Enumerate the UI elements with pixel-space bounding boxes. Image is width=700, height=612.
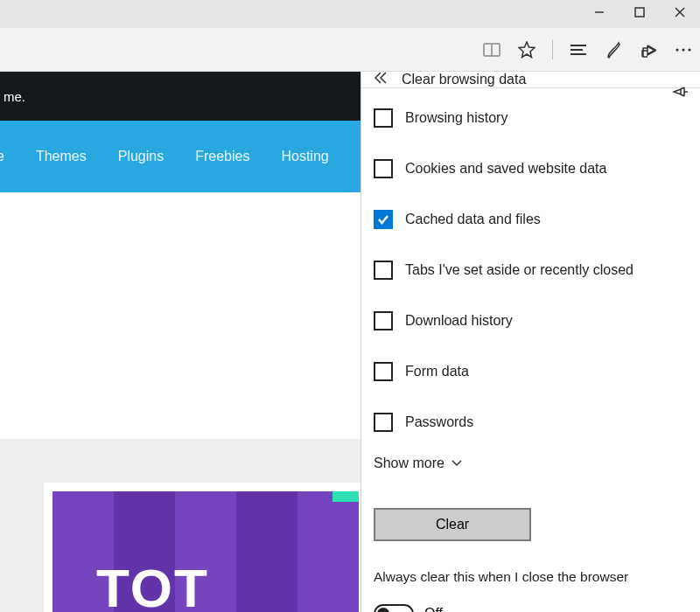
always-clear-toggle-row: Off [374,604,688,612]
panel-header: Clear browsing data [361,72,700,88]
favorites-star-icon[interactable] [517,40,536,59]
theme-card-accent [332,491,359,502]
maximize-button[interactable] [620,0,660,24]
theme-card[interactable]: TOT DRAG & I [52,491,359,612]
browser-toolbar [0,28,700,72]
nav-item[interactable]: Hosting [281,149,328,164]
checkbox-label: Download history [405,313,513,329]
clear-button-label: Clear [436,517,469,532]
checkbox[interactable] [374,210,393,229]
notes-icon[interactable] [604,40,623,59]
svg-point-12 [688,48,690,51]
checkbox[interactable] [374,261,393,280]
theme-card-title: TOT [96,561,209,612]
reading-view-icon[interactable] [482,40,501,59]
chevron-down-icon [452,460,462,467]
clear-button[interactable]: Clear [374,508,531,541]
checkbox[interactable] [374,413,393,432]
checkbox-row[interactable]: Browsing history [374,102,688,134]
clear-browsing-data-panel: Clear browsing data Browsing historyCook… [360,72,700,612]
more-icon[interactable] [674,40,693,59]
pin-icon[interactable] [672,85,688,102]
hub-icon[interactable] [569,40,588,59]
checkbox-label: Browsing history [405,110,508,126]
checkbox-label: Tabs I've set aside or recently closed [405,262,634,278]
checkbox-row[interactable]: Passwords [374,407,688,438]
nav-item[interactable]: Freebies [195,149,249,164]
checkbox-row[interactable]: Tabs I've set aside or recently closed [374,254,688,286]
show-more-link[interactable]: Show more [374,456,688,471]
show-more-label: Show more [374,456,444,471]
toolbar-divider [552,40,553,59]
svg-rect-1 [635,8,644,17]
minimize-button[interactable] [579,0,620,24]
share-icon[interactable] [639,40,658,59]
checkbox[interactable] [374,108,393,128]
checkbox[interactable] [374,159,393,178]
checkbox-label: Cached data and files [405,212,541,227]
svg-point-11 [682,48,684,51]
always-clear-label: Always clear this when I close the brows… [374,569,688,585]
nav-item[interactable]: Plugins [118,149,164,164]
checkbox-row[interactable]: Cached data and files [374,204,688,235]
svg-point-10 [676,48,678,51]
checkbox[interactable] [374,362,393,381]
checkbox-row[interactable]: Cookies and saved website data [374,153,688,184]
window-titlebar [0,0,700,28]
checkbox[interactable] [374,311,393,330]
nav-item[interactable]: Themes [36,149,87,164]
checkbox-label: Form data [405,364,469,379]
panel-body: Browsing historyCookies and saved websit… [361,88,700,612]
checkbox-label: Passwords [405,414,473,430]
checkbox-row[interactable]: Form data [374,356,688,387]
toggle-knob [377,608,389,612]
checkbox-row[interactable]: Download history [374,305,688,337]
back-icon[interactable] [374,72,389,87]
panel-title: Clear browsing data [402,72,526,87]
toggle-state-label: Off [424,606,443,612]
page-header-text: me. [4,89,25,104]
close-button[interactable] [660,0,700,24]
nav-item[interactable]: e [0,149,4,164]
svg-marker-6 [519,42,535,58]
checkbox-label: Cookies and saved website data [405,161,606,177]
always-clear-toggle[interactable] [374,604,414,612]
